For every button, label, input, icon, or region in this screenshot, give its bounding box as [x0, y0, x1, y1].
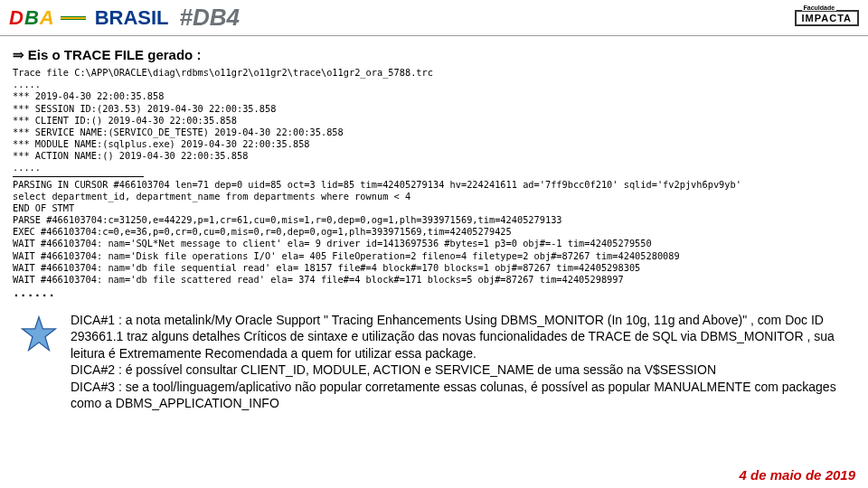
tips-text: DICA#1 : a nota metalink/My Oracle Suppo…: [71, 312, 855, 412]
separator: [13, 176, 855, 177]
trace-path: Trace file C:\APP\ORACLE\diag\rdbms\o11g…: [13, 67, 855, 79]
star-icon: [20, 315, 58, 412]
logo-dba: DBA: [9, 6, 55, 30]
tips-row: DICA#1 : a nota metalink/My Oracle Suppo…: [13, 312, 855, 412]
tip-line: DICA#2 : é possível consultar CLIENT_ID,…: [71, 361, 855, 378]
event-hash: #DB4: [180, 4, 240, 32]
sponsor-logo: Faculdade IMPACTA: [795, 10, 859, 26]
sponsor-small: Faculdade: [802, 5, 837, 11]
slide-body: ⇒ Eis o TRACE FILE gerado : Trace file C…: [0, 36, 868, 412]
brand-brasil: BRASIL: [95, 6, 169, 30]
arrow-icon: ⇒: [13, 48, 24, 62]
flag-icon: [61, 16, 86, 20]
slide-heading: ⇒ Eis o TRACE FILE gerado :: [13, 47, 855, 63]
trace-parse-block: PARSING IN CURSOR #466103704 len=71 dep=…: [13, 179, 855, 286]
heading-text: Eis o TRACE FILE gerado :: [28, 47, 202, 62]
footer-date: 4 de maio de 2019: [740, 467, 855, 483]
slide-header: DBA BRASIL #DB4 Faculdade IMPACTA: [0, 0, 868, 36]
dots: .....: [13, 79, 855, 90]
svg-marker-0: [23, 316, 56, 350]
sponsor-name: IMPACTA: [802, 13, 852, 23]
tip-line: DICA#3 : se a tool/linguagem/aplicativo …: [71, 379, 855, 412]
dots: .....: [13, 162, 855, 174]
trace-header-block: *** 2019-04-30 22:00:35.858 *** SESSION …: [13, 90, 855, 162]
brand-block: DBA BRASIL #DB4: [9, 4, 240, 32]
dots-end: ......: [13, 286, 855, 301]
tip-line: DICA#1 : a nota metalink/My Oracle Suppo…: [71, 312, 855, 361]
